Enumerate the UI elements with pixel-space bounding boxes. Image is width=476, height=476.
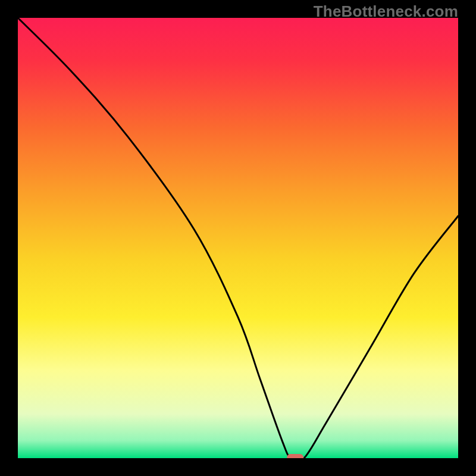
plot-area [18, 18, 458, 458]
bottleneck-chart [18, 18, 458, 458]
optimal-marker [287, 454, 303, 458]
watermark-text: TheBottleneck.com [314, 2, 458, 21]
chart-frame: TheBottleneck.com [0, 0, 476, 476]
